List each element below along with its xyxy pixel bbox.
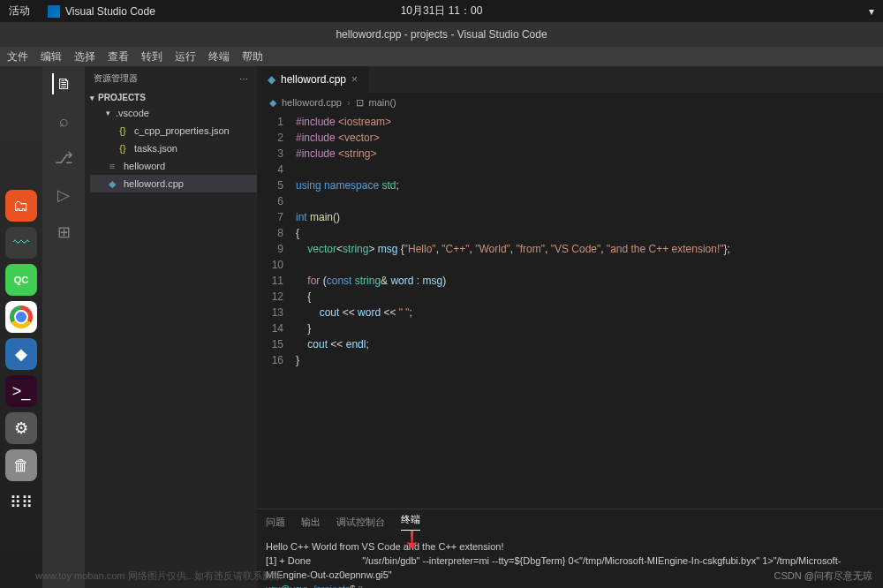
json-icon: {}	[117, 143, 129, 154]
sidebar-header: 资源管理器 ⋯	[85, 66, 257, 91]
json-icon: {}	[117, 125, 129, 136]
source-control-icon[interactable]: ⎇	[53, 147, 74, 169]
debug-icon[interactable]: ▷	[53, 185, 74, 206]
menu-item[interactable]: 选择	[74, 49, 95, 64]
breadcrumb-symbol[interactable]: main()	[369, 97, 396, 108]
breadcrumb-file[interactable]: helloword.cpp	[282, 97, 342, 108]
dock-chrome-icon[interactable]	[5, 301, 37, 333]
menu-item[interactable]: 查看	[108, 49, 129, 64]
menu-item[interactable]: 终端	[208, 49, 230, 64]
dock-monitor-icon[interactable]: 〰	[5, 227, 37, 259]
watermark: CSDN @问有尽意无琼	[774, 569, 872, 583]
tree-item-label: tasks.json	[134, 143, 177, 154]
code-editor[interactable]: 12345678910111213141516 #include <iostre…	[257, 112, 883, 509]
menu-item[interactable]: 文件	[7, 49, 28, 64]
menu-item[interactable]: 帮助	[242, 49, 263, 64]
tree-item[interactable]: ≡helloword	[90, 157, 257, 175]
dock-apps-icon[interactable]: ⠿⠿	[5, 486, 37, 518]
menu-item[interactable]: 编辑	[41, 49, 62, 64]
tab-label: helloword.cpp	[281, 73, 346, 86]
window-title: helloword.cpp - projects - Visual Studio…	[336, 28, 547, 41]
tree-item-label: helloword	[124, 161, 165, 171]
cpp-icon: ◆	[268, 73, 275, 86]
panel-tab[interactable]: 调试控制台	[336, 516, 385, 529]
ubuntu-dock: 🗂 〰 QC ◆ >_ ⚙ 🗑 ⠿⠿	[0, 66, 42, 588]
network-icon[interactable]: ▾	[869, 5, 874, 18]
chevron-down-icon: ▾	[90, 94, 94, 102]
tree-item-label: c_cpp_properties.json	[134, 125, 230, 136]
tree-item[interactable]: {}tasks.json	[90, 139, 257, 157]
chevron-down-icon: ▾	[106, 109, 110, 117]
dock-vscode-icon[interactable]: ◆	[5, 338, 37, 370]
terminal-line: Hello C++ World from VS Code and the C++…	[266, 539, 874, 554]
chevron-right-icon: ›	[347, 97, 351, 108]
app-name-label: Visual Studio Code	[65, 5, 155, 18]
tree-item[interactable]: {}c_cpp_properties.json	[90, 122, 257, 139]
panel-tabs: 问题输出调试控制台终端	[257, 509, 883, 534]
window-title-bar: helloword.cpp - projects - Visual Studio…	[0, 22, 883, 47]
dock-qt-icon[interactable]: QC	[5, 264, 37, 296]
activity-bar: 🗎 ⌕ ⎇ ▷ ⊞	[42, 66, 85, 588]
vscode-icon	[48, 5, 60, 18]
close-icon[interactable]: ×	[351, 73, 358, 86]
symbol-icon: ⊡	[356, 97, 364, 109]
tree-item-label: helloword.cpp	[124, 178, 184, 189]
sidebar-section-title[interactable]: ▾ PROJECTS	[85, 91, 257, 104]
app-indicator: Visual Studio Code	[48, 5, 155, 18]
dock-terminal-icon[interactable]: >_	[5, 375, 37, 407]
dock-files-icon[interactable]: 🗂	[5, 190, 37, 222]
file-tree: ▾.vscode{}c_cpp_properties.json{}tasks.j…	[85, 104, 257, 192]
extensions-icon[interactable]: ⊞	[53, 222, 74, 243]
terminal-prompt[interactable]: ycy@ycy:~/projects$ ▯	[266, 582, 874, 588]
clock[interactable]: 10月31日 11：00	[401, 4, 483, 19]
gnome-top-bar: 活动 Visual Studio Code 10月31日 11：00 ▾	[0, 0, 883, 22]
bottom-watermark: www.toy moban.com 网络图片仅供...如有违反请联系删除	[35, 569, 282, 583]
editor-tabs: ◆ helloword.cpp ×	[257, 66, 883, 93]
menu-bar: 文件编辑选择查看转到运行终端帮助	[0, 47, 883, 66]
panel-tab[interactable]: 问题	[266, 516, 285, 529]
activities-button[interactable]: 活动	[9, 4, 30, 19]
code-content[interactable]: #include <iostream>#include <vector>#inc…	[296, 114, 883, 509]
sidebar-more-icon[interactable]: ⋯	[239, 74, 248, 84]
tab-helloword[interactable]: ◆ helloword.cpp ×	[257, 66, 369, 93]
system-tray[interactable]: ▾	[869, 5, 874, 18]
tree-item[interactable]: ◆helloword.cpp	[90, 175, 257, 192]
line-gutter: 12345678910111213141516	[257, 114, 296, 509]
explorer-icon[interactable]: 🗎	[52, 73, 73, 94]
panel-tab[interactable]: 输出	[301, 516, 321, 529]
editor-area: ◆ helloword.cpp × ◆ helloword.cpp › ⊡ ma…	[257, 66, 883, 588]
breadcrumb[interactable]: ◆ helloword.cpp › ⊡ main()	[257, 93, 883, 112]
sidebar-title: 资源管理器	[94, 72, 138, 85]
binary-icon: ≡	[106, 161, 118, 171]
dock-trash-icon[interactable]: 🗑	[5, 449, 37, 481]
panel-tab[interactable]: 终端	[401, 513, 420, 531]
menu-item[interactable]: 运行	[175, 49, 196, 64]
search-icon[interactable]: ⌕	[53, 110, 74, 132]
tree-item-label: .vscode	[116, 108, 149, 118]
cpp-icon: ◆	[106, 178, 118, 190]
menu-item[interactable]: 转到	[141, 49, 162, 64]
dock-settings-icon[interactable]: ⚙	[5, 412, 37, 444]
cpp-icon: ◆	[269, 97, 276, 109]
tree-item[interactable]: ▾.vscode	[90, 104, 257, 122]
sidebar: 资源管理器 ⋯ ▾ PROJECTS ▾.vscode{}c_cpp_prope…	[85, 66, 257, 588]
